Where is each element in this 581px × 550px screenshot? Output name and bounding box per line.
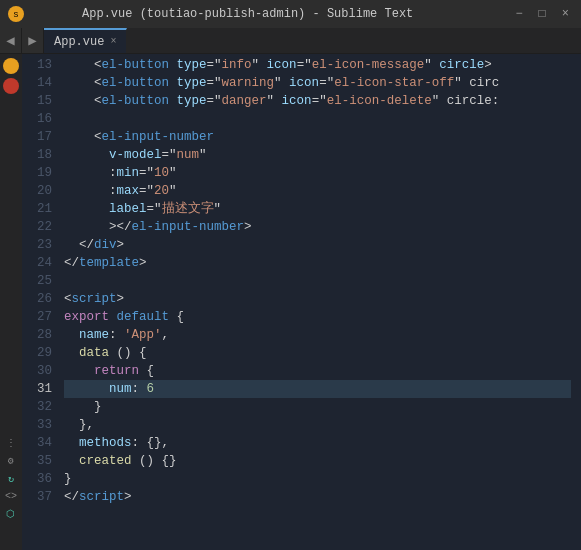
refresh-icon[interactable]: ↻ xyxy=(8,473,14,485)
tab-label: App.vue xyxy=(54,35,104,49)
code-line: </template> xyxy=(64,254,571,272)
code-line: return { xyxy=(64,362,571,380)
code-line: <el-button type="warning" icon="el-icon-… xyxy=(64,74,571,92)
code-line: </script> xyxy=(64,488,571,506)
code-line: <el-input-number xyxy=(64,128,571,146)
code-line: <script> xyxy=(64,290,571,308)
code-line: :max="20" xyxy=(64,182,571,200)
expand-icon[interactable]: ⬡ xyxy=(6,508,15,520)
window-title: App.vue (toutiao-publish-admin) - Sublim… xyxy=(0,7,505,21)
code-line xyxy=(64,272,571,290)
tab-forward-button[interactable]: ▶ xyxy=(22,28,44,53)
main-area: ⋮ ⚙ ↻ <> ⬡ 13141516171819202122232425262… xyxy=(0,54,581,550)
delete-icon[interactable] xyxy=(3,78,19,94)
code-line xyxy=(64,110,571,128)
code-line: num: 6 xyxy=(64,380,571,398)
window-controls: − □ × xyxy=(511,7,573,21)
tab-app-vue[interactable]: App.vue × xyxy=(44,28,127,53)
close-button[interactable]: × xyxy=(558,7,573,21)
minimap-icon[interactable]: ⋮ xyxy=(6,437,16,449)
bookmark-icon[interactable] xyxy=(3,58,19,74)
tab-back-button[interactable]: ◀ xyxy=(0,28,22,53)
code-line: label="描述文字" xyxy=(64,200,571,218)
tab-close-button[interactable]: × xyxy=(110,36,116,47)
activity-bar: ⋮ ⚙ ↻ <> ⬡ xyxy=(0,54,22,550)
line-numbers: 1314151617181920212223242526272829303132… xyxy=(22,54,60,550)
code-line: created () {} xyxy=(64,452,571,470)
scrollbar[interactable] xyxy=(571,54,581,550)
code-line: </div> xyxy=(64,236,571,254)
code-line: <el-button type="danger" icon="el-icon-d… xyxy=(64,92,571,110)
code-line: }, xyxy=(64,416,571,434)
more-icon[interactable]: <> xyxy=(5,491,17,502)
code-line: <el-button type="info" icon="el-icon-mes… xyxy=(64,56,571,74)
maximize-button[interactable]: □ xyxy=(535,7,550,21)
code-line: } xyxy=(64,398,571,416)
settings-icon[interactable]: ⚙ xyxy=(8,455,14,467)
code-line: :min="10" xyxy=(64,164,571,182)
code-line: ></el-input-number> xyxy=(64,218,571,236)
code-line: } xyxy=(64,470,571,488)
code-line: export default { xyxy=(64,308,571,326)
code-editor[interactable]: <el-button type="info" icon="el-icon-mes… xyxy=(60,54,571,550)
tabbar: ◀ ▶ App.vue × xyxy=(0,28,581,54)
minimize-button[interactable]: − xyxy=(511,7,526,21)
code-line: name: 'App', xyxy=(64,326,571,344)
code-line: methods: {}, xyxy=(64,434,571,452)
code-line: data () { xyxy=(64,344,571,362)
titlebar: S App.vue (toutiao-publish-admin) - Subl… xyxy=(0,0,581,28)
code-line: v-model="num" xyxy=(64,146,571,164)
